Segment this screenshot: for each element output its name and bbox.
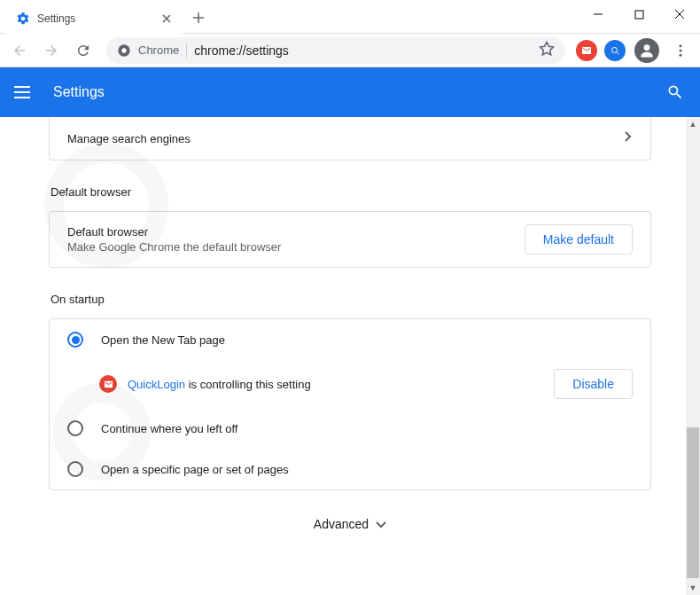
- window-titlebar: Settings: [0, 0, 700, 34]
- chevron-down-icon: [376, 517, 386, 531]
- content-area: Manage search engines Default browser De…: [0, 117, 700, 595]
- extension-badge-icon: [99, 375, 117, 393]
- startup-option-specific-pages[interactable]: Open a specific page or set of pages: [50, 449, 650, 489]
- omnibox-scheme: Chrome: [138, 43, 179, 57]
- controlled-suffix: is controlling this setting: [185, 378, 311, 391]
- svg-point-3: [612, 47, 618, 52]
- scroll-up-arrow-icon[interactable]: ▲: [686, 117, 700, 131]
- advanced-label: Advanced: [314, 517, 369, 531]
- omnibox-url: chrome://settings: [194, 43, 532, 58]
- startup-option-continue[interactable]: Continue where you left off: [50, 408, 650, 449]
- default-browser-row-subtitle: Make Google Chrome the default browser: [67, 240, 525, 254]
- radio-unselected-icon: [67, 420, 83, 436]
- svg-point-5: [680, 44, 682, 47]
- on-startup-section-title: On startup: [51, 293, 651, 306]
- scrollbar-thumb[interactable]: [687, 427, 699, 578]
- svg-point-6: [680, 49, 682, 51]
- window-controls: [578, 0, 700, 28]
- forward-button[interactable]: [37, 36, 66, 65]
- controlling-extension-name[interactable]: QuickLogin: [128, 378, 185, 391]
- startup-option-label: Open a specific page or set of pages: [101, 463, 289, 476]
- manage-search-engines-row[interactable]: Manage search engines: [49, 117, 651, 160]
- controlled-text: QuickLogin is controlling this setting: [128, 378, 543, 391]
- extension-blue-icon[interactable]: [604, 40, 626, 61]
- window-close-button[interactable]: [659, 0, 700, 28]
- chrome-menu-button[interactable]: [666, 36, 695, 65]
- svg-point-4: [644, 44, 650, 51]
- extension-quicklogin-icon[interactable]: [576, 40, 597, 61]
- profile-avatar[interactable]: [634, 38, 659, 63]
- svg-point-7: [680, 53, 682, 56]
- default-browser-card: Default browser Make Google Chrome the d…: [49, 211, 651, 268]
- search-icon[interactable]: [665, 82, 686, 103]
- startup-option-label: Continue where you left off: [101, 422, 237, 435]
- close-icon[interactable]: [159, 12, 174, 26]
- page-title: Settings: [53, 84, 665, 100]
- scroll-down-arrow-icon[interactable]: ▼: [686, 581, 700, 595]
- minimize-button[interactable]: [578, 0, 618, 28]
- maximize-button[interactable]: [618, 0, 659, 28]
- tab-title: Settings: [37, 12, 152, 25]
- omnibox-divider: [186, 43, 187, 58]
- bookmark-star-icon[interactable]: [539, 41, 555, 60]
- browser-toolbar: Chrome chrome://settings: [0, 34, 700, 67]
- back-button[interactable]: [5, 36, 34, 65]
- new-tab-button[interactable]: [186, 5, 211, 30]
- make-default-button[interactable]: Make default: [525, 224, 633, 254]
- svg-rect-0: [635, 11, 643, 19]
- advanced-toggle[interactable]: Advanced: [49, 490, 651, 540]
- settings-header: Settings: [0, 67, 700, 117]
- disable-extension-button[interactable]: Disable: [554, 369, 633, 399]
- address-bar[interactable]: Chrome chrome://settings: [106, 37, 565, 64]
- hamburger-menu-icon[interactable]: [14, 82, 35, 103]
- radio-unselected-icon: [67, 461, 83, 477]
- radio-selected-icon: [67, 332, 83, 348]
- gear-icon: [16, 12, 30, 26]
- svg-point-2: [121, 48, 126, 52]
- startup-option-label: Open the New Tab page: [101, 333, 225, 347]
- reload-button[interactable]: [69, 36, 97, 65]
- default-browser-section-title: Default browser: [51, 185, 651, 199]
- manage-search-engines-label: Manage search engines: [67, 132, 624, 145]
- chrome-icon: [117, 43, 131, 58]
- extension-controlled-notice: QuickLogin is controlling this setting D…: [50, 360, 650, 408]
- browser-tab[interactable]: Settings: [5, 4, 183, 34]
- scrollbar-track[interactable]: ▲ ▼: [686, 117, 700, 595]
- startup-option-new-tab[interactable]: Open the New Tab page: [50, 319, 650, 360]
- default-browser-row-title: Default browser: [67, 225, 525, 239]
- chevron-right-icon: [624, 130, 633, 146]
- on-startup-card: Open the New Tab page QuickLogin is cont…: [49, 318, 651, 490]
